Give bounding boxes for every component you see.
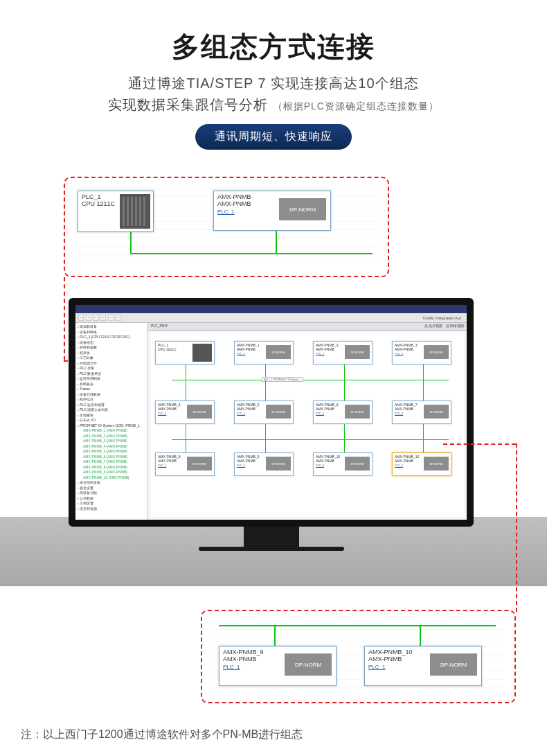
bus-label: PLC_1.PROFINET IO-Syste... bbox=[262, 377, 303, 382]
tab-left[interactable]: PLC_PNM bbox=[151, 324, 168, 330]
tool-icon: ▫ bbox=[116, 315, 121, 321]
dp-norm-chip: DP-NORM bbox=[430, 653, 477, 676]
tab-topology[interactable]: 品 拓扑视图 bbox=[424, 324, 442, 328]
dp-norm-chip: DP-NORM bbox=[187, 405, 212, 419]
net-line bbox=[130, 232, 132, 253]
profinet-drop bbox=[265, 380, 266, 401]
tree-item[interactable]: Traces bbox=[78, 387, 145, 392]
device-node-2[interactable]: AMX-PNMB_2 AMX-PNMB PLC_1 DP-NORM bbox=[313, 341, 373, 364]
app-titlebar bbox=[75, 305, 467, 313]
subtitle-line-1: 通过博途TIA/STEP 7 实现连接高达10个组态 bbox=[0, 74, 547, 93]
tool-icon: ▫ bbox=[78, 315, 84, 321]
device-node-8[interactable]: AMX-PNMB_8 AMX-PNMB PLC_1 DP-NORM bbox=[155, 452, 215, 476]
dp-norm-chip: DP-NORM bbox=[187, 457, 212, 471]
network-canvas[interactable]: PLC_PNM 品 拓扑视图 品 网络视图 ▸ IO 系统: PLC_1.PRO… bbox=[148, 323, 467, 520]
canvas-inner: PLC_1 CPU 1211C AMX-PNMB_1 AMX-PNMB PLC_… bbox=[151, 331, 464, 517]
tree-item[interactable]: 本地模块 bbox=[78, 413, 145, 419]
callout-connector bbox=[443, 443, 516, 445]
device-node-9: AMX-PNMB_9 AMX-PNMB PLC_1 DP-NORM bbox=[219, 646, 337, 686]
tree-item[interactable]: 在线和诊断 bbox=[78, 345, 145, 351]
toolbar: ▫▫▫▫▫▫ bbox=[75, 313, 467, 323]
dp-norm-chip: DP-NORM bbox=[424, 345, 449, 359]
tree-item[interactable]: 设备组态 bbox=[78, 340, 145, 346]
tree-item[interactable]: AMX-PNMB_2 [AMX-PNMB] bbox=[78, 434, 145, 439]
device-node-10[interactable]: AMX-PNMB_10 AMX-PNMB PLC_1 DP-NORM bbox=[313, 452, 373, 476]
tree-item[interactable]: 设备和网络 bbox=[78, 330, 145, 335]
monitor-screen: ▫▫▫▫▫▫ Totally Integrated Aut 添加新设备设备和网络… bbox=[69, 298, 474, 527]
tree-item[interactable]: 分布式 I/O bbox=[78, 418, 145, 423]
tree-item[interactable]: 在线备份 bbox=[78, 382, 145, 387]
tool-icon: ▫ bbox=[86, 315, 91, 321]
tree-item[interactable]: AMX-PNMB_6 [AMX-PNMB] bbox=[78, 455, 145, 460]
device-node-3[interactable]: AMX-PNMB_3 AMX-PNMB PLC_1 DP-NORM bbox=[392, 341, 451, 364]
tree-item[interactable]: AMX-PNMB_1 [AMX-PNMB] bbox=[78, 428, 145, 434]
tool-icon: ▫ bbox=[93, 315, 99, 321]
dp-norm-chip: DP-NORM bbox=[266, 345, 291, 359]
dp-norm-chip: DP-NORM bbox=[345, 405, 370, 419]
tree-item[interactable]: 文档设置 bbox=[78, 501, 145, 507]
profinet-drop bbox=[423, 424, 424, 452]
device-node-11-highlight[interactable]: AMX-PNMB_10 AMX-PNMB PLC_1 DP-NORM bbox=[392, 452, 451, 476]
device-node-1[interactable]: AMX-PNMB_1 AMX-PNMB PLC_1 DP-NORM bbox=[234, 341, 294, 364]
tree-item[interactable]: AMX-PNMB_10 [AMX-PNMB] bbox=[78, 475, 145, 481]
tree-item[interactable]: 跨设备功能 bbox=[78, 491, 145, 496]
device-node-9[interactable]: AMX-PNMB_9 AMX-PNMB PLC_1 DP-NORM bbox=[234, 452, 294, 476]
tree-item[interactable]: PLC 监控和报警 bbox=[78, 403, 145, 408]
tree-item[interactable]: 安全设置 bbox=[78, 486, 145, 491]
tree-item[interactable]: PLC 报警文本列表 bbox=[78, 407, 145, 413]
tree-item[interactable]: 语言和资源 bbox=[78, 507, 145, 512]
device-node-4[interactable]: AMX-PNMB_4 AMX-PNMB PLC_1 DP-NORM bbox=[155, 401, 215, 424]
profinet-drop bbox=[344, 380, 345, 401]
tree-item[interactable]: PLC_1 [CPU 1211C DC/DC/DC] bbox=[78, 335, 145, 340]
tree-item[interactable]: PLC 数据类型 bbox=[78, 371, 145, 377]
subtitle-line-2: 实现数据采集跟信号分析 （根据PLC资源确定组态连接数量） bbox=[0, 96, 547, 114]
dp-norm-chip: DP-NORM bbox=[345, 457, 370, 471]
plc-rack-icon bbox=[192, 344, 212, 362]
callout-top: PLC_1 CPU 1211C AMX-PNMB AMX-PNMB PLC_1 … bbox=[64, 177, 389, 277]
tree-item[interactable]: 设备代理数据 bbox=[78, 392, 145, 398]
mini-topology-top: PLC_1 CPU 1211C AMX-PNMB AMX-PNMB PLC_1 … bbox=[75, 188, 378, 266]
tree-item[interactable]: 程序块 bbox=[78, 351, 145, 356]
tool-icon: ▫ bbox=[100, 315, 106, 321]
project-tree[interactable]: 添加新设备设备和网络PLC_1 [CPU 1211C DC/DC/DC]设备组态… bbox=[75, 323, 148, 520]
tree-item[interactable]: 工艺对象 bbox=[78, 355, 145, 361]
dp-norm-chip: DP-NORM bbox=[279, 198, 326, 220]
callout-connector bbox=[64, 277, 65, 360]
tree-item[interactable]: AMX-PNMB_4 [AMX-PNMB] bbox=[78, 444, 145, 450]
tree-item[interactable]: AMX-PNMB_5 [AMX-PNMB] bbox=[78, 449, 145, 455]
dp-norm-chip: DP-NORM bbox=[345, 345, 370, 359]
tree-item[interactable]: AMX-PNMB_7 [AMX-PNMB] bbox=[78, 459, 145, 465]
subtitle-note: （根据PLC资源确定组态连接数量） bbox=[273, 100, 439, 112]
device-node-5[interactable]: AMX-PNMB_5 AMX-PNMB PLC_1 DP-NORM bbox=[234, 401, 294, 424]
dp-norm-chip: DP-NORM bbox=[266, 405, 291, 419]
monitor: ▫▫▫▫▫▫ Totally Integrated Aut 添加新设备设备和网络… bbox=[69, 298, 474, 589]
plc-node[interactable]: PLC_1 CPU 1211C bbox=[155, 341, 215, 364]
plc-rack-icon bbox=[120, 194, 150, 229]
branding-text: Totally Integrated Aut bbox=[422, 316, 461, 320]
profinet-drop bbox=[423, 364, 424, 380]
device-node-7[interactable]: AMX-PNMB_7 AMX-PNMB PLC_1 DP-NORM bbox=[392, 401, 451, 424]
dp-norm-chip: DP-NORM bbox=[266, 457, 291, 471]
tree-item[interactable]: AMX-PNMB_3 [AMX-PNMB] bbox=[78, 439, 145, 444]
tree-item[interactable]: AMX-PNMB_8 [AMX-PNMB] bbox=[78, 465, 145, 471]
dp-norm-chip: DP-NORM bbox=[424, 457, 449, 471]
tree-item[interactable]: 添加新设备 bbox=[78, 324, 145, 330]
tree-item[interactable]: 公共数据 bbox=[78, 496, 145, 502]
badge-pill: 通讯周期短、快速响应 bbox=[195, 124, 352, 150]
footnote: 注：以上西门子1200通过博途软件对多个PN-MB进行组态 bbox=[21, 728, 303, 742]
net-line bbox=[276, 231, 277, 253]
tree-item[interactable]: 外部源文件 bbox=[78, 361, 145, 367]
tree-item[interactable]: AMX-PNMB_9 [AMX-PNMB] bbox=[78, 470, 145, 475]
tree-item[interactable]: 未分组的设备 bbox=[78, 480, 145, 486]
tab-network[interactable]: 品 网络视图 bbox=[446, 324, 464, 328]
canvas-tabs: PLC_PNM 品 拓扑视图 品 网络视图 bbox=[148, 323, 467, 331]
profinet-drop bbox=[344, 364, 345, 380]
tree-item[interactable]: 程序信息 bbox=[78, 397, 145, 403]
tree-item[interactable]: 监控与强制表 bbox=[78, 376, 145, 382]
device-node-6[interactable]: AMX-PNMB_6 AMX-PNMB PLC_1 DP-NORM bbox=[313, 401, 373, 424]
callout-bottom: AMX-PNMB_9 AMX-PNMB PLC_1 DP-NORM AMX-PN… bbox=[201, 610, 516, 703]
tree-item[interactable]: PROFINET IO-System (100): PNNIE_1 bbox=[78, 423, 145, 429]
tree-item[interactable]: PLC 变量 bbox=[78, 366, 145, 371]
callout-connector bbox=[516, 443, 517, 612]
monitor-base bbox=[199, 547, 344, 551]
